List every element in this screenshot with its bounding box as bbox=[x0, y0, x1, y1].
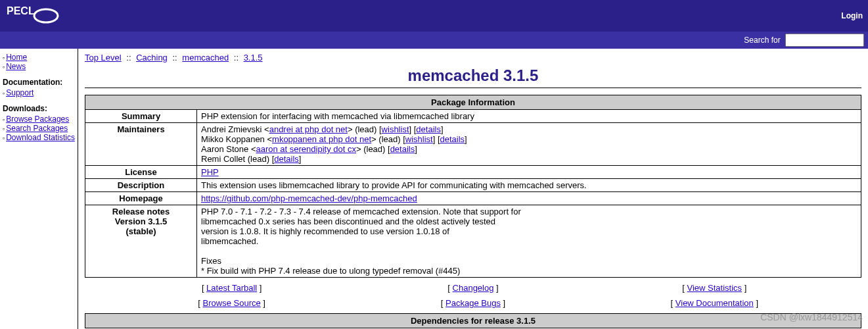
svg-text:PECL: PECL bbox=[7, 5, 35, 16]
changelog-link[interactable]: Changelog bbox=[453, 283, 494, 293]
details-link[interactable]: details bbox=[274, 154, 299, 164]
details-link[interactable]: details bbox=[416, 124, 441, 134]
wishlist-link[interactable]: wishlist bbox=[382, 124, 409, 134]
package-info-header: Package Information bbox=[85, 95, 861, 110]
main-content: Top Level :: Caching :: memcached :: 3.1… bbox=[78, 49, 868, 329]
actions-row-2: [ Browse Source ] [ Package Bugs ] [ Vie… bbox=[85, 298, 861, 308]
header-bar: PECL Login bbox=[0, 0, 868, 32]
actions-row-1: [ Latest Tarball ] [ Changelog ] [ View … bbox=[85, 283, 861, 293]
row-label-license: License bbox=[85, 166, 197, 179]
view-documentation-link[interactable]: View Documentation bbox=[675, 298, 754, 308]
package-bugs-link[interactable]: Package Bugs bbox=[445, 298, 501, 308]
row-value-description: This extension uses libmemcached library… bbox=[197, 179, 861, 192]
view-statistics-link[interactable]: View Statistics bbox=[687, 283, 742, 293]
row-label-maintainers: Maintainers bbox=[85, 123, 197, 166]
search-bar: Search for bbox=[0, 32, 868, 49]
details-link[interactable]: details bbox=[440, 134, 465, 144]
package-info-table: Package Information Summary PHP extensio… bbox=[85, 95, 861, 278]
maintainer-email-link[interactable]: mkoppanen at php dot net bbox=[272, 134, 371, 144]
sidebar-item-news[interactable]: News bbox=[6, 62, 26, 71]
breadcrumb-caching[interactable]: Caching bbox=[136, 53, 168, 63]
row-value-release: PHP 7.0 - 7.1 - 7.2 - 7.3 - 7.4 release … bbox=[197, 205, 861, 278]
sidebar-item-browse-packages[interactable]: Browse Packages bbox=[6, 114, 69, 124]
breadcrumb: Top Level :: Caching :: memcached :: 3.1… bbox=[85, 53, 861, 63]
row-value-summary: PHP extension for interfacing with memca… bbox=[197, 110, 861, 123]
homepage-link[interactable]: https://github.com/php-memcached-dev/php… bbox=[201, 193, 417, 203]
dependencies-header: Dependencies for release 3.1.5 bbox=[85, 313, 861, 328]
breadcrumb-sep: :: bbox=[234, 53, 239, 63]
breadcrumb-sep: :: bbox=[126, 53, 131, 63]
sidebar-item-home[interactable]: Home bbox=[6, 53, 27, 62]
breadcrumb-memcached[interactable]: memcached bbox=[182, 53, 229, 63]
search-label: Search for bbox=[744, 36, 780, 45]
maintainer-email-link[interactable]: andrei at php dot net bbox=[269, 124, 348, 134]
row-label-summary: Summary bbox=[85, 110, 197, 123]
latest-tarball-link[interactable]: Latest Tarball bbox=[206, 283, 257, 293]
sidebar-heading-docs: Documentation: bbox=[3, 78, 75, 87]
row-label-release: Release notesVersion 3.1.5(stable) bbox=[85, 205, 197, 278]
svg-point-1 bbox=[34, 9, 58, 22]
breadcrumb-version[interactable]: 3.1.5 bbox=[244, 53, 263, 63]
search-input[interactable] bbox=[785, 34, 864, 47]
breadcrumb-sep: :: bbox=[172, 53, 177, 63]
sidebar-heading-downloads: Downloads: bbox=[3, 104, 75, 113]
maintainer-email-link[interactable]: aaron at serendipity dot cx bbox=[256, 144, 355, 154]
license-link[interactable]: PHP bbox=[201, 167, 219, 177]
sidebar-item-download-statistics[interactable]: Download Statistics bbox=[6, 133, 75, 142]
row-label-homepage: Homepage bbox=[85, 192, 197, 205]
sidebar-item-support[interactable]: Support bbox=[6, 88, 34, 97]
sidebar: Home News Documentation: Support Downloa… bbox=[0, 49, 78, 329]
row-value-maintainers: Andrei Zmievski <andrei at php dot net> … bbox=[197, 123, 861, 166]
wishlist-link[interactable]: wishlist bbox=[405, 134, 433, 144]
login-link[interactable]: Login bbox=[841, 11, 863, 20]
breadcrumb-top-level[interactable]: Top Level bbox=[85, 53, 122, 63]
sidebar-item-search-packages[interactable]: Search Packages bbox=[6, 124, 68, 133]
browse-source-link[interactable]: Browse Source bbox=[203, 298, 261, 308]
details-link[interactable]: details bbox=[390, 144, 415, 154]
row-label-description: Description bbox=[85, 179, 197, 192]
page-title: memcached 3.1.5 bbox=[85, 66, 861, 88]
pecl-logo: PECL bbox=[5, 3, 64, 29]
